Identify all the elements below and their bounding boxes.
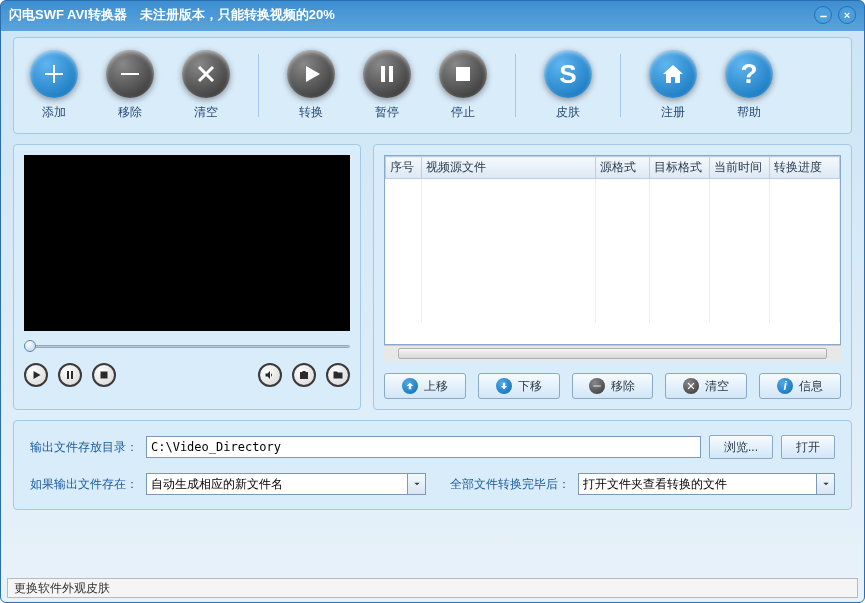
- play-icon: [287, 50, 335, 98]
- snapshot-button[interactable]: [292, 363, 316, 387]
- preview-play-button[interactable]: [24, 363, 48, 387]
- preview-panel: [13, 144, 361, 410]
- pause-icon: [363, 50, 411, 98]
- stop-button[interactable]: 停止: [439, 50, 487, 121]
- close-button[interactable]: ×: [838, 6, 856, 24]
- minus-icon: [589, 378, 605, 394]
- col-srcfmt[interactable]: 源格式: [596, 157, 650, 179]
- col-source[interactable]: 视频源文件: [422, 157, 596, 179]
- pause-button[interactable]: 暂停: [363, 50, 411, 121]
- info-icon: i: [777, 378, 793, 394]
- info-button[interactable]: i信息: [759, 373, 841, 399]
- skin-icon: S: [544, 50, 592, 98]
- preview-pause-button[interactable]: [58, 363, 82, 387]
- table-row: [386, 275, 840, 291]
- col-dstfmt[interactable]: 目标格式: [650, 157, 710, 179]
- home-icon: [649, 50, 697, 98]
- register-button[interactable]: 注册: [649, 50, 697, 121]
- video-preview: [24, 155, 350, 331]
- col-progress[interactable]: 转换进度: [770, 157, 840, 179]
- table-row: [386, 243, 840, 259]
- arrow-up-icon: [402, 378, 418, 394]
- minimize-button[interactable]: ‒: [814, 6, 832, 24]
- question-icon: ?: [725, 50, 773, 98]
- table-row: [386, 259, 840, 275]
- file-list-panel: 序号 视频源文件 源格式 目标格式 当前时间 转换进度: [373, 144, 852, 410]
- skin-button[interactable]: S 皮肤: [544, 50, 592, 121]
- horizontal-scrollbar[interactable]: [384, 345, 841, 361]
- seek-slider[interactable]: [24, 339, 350, 353]
- x-icon: [683, 378, 699, 394]
- exists-label: 如果输出文件存在：: [30, 476, 138, 493]
- minus-icon: [106, 50, 154, 98]
- move-up-button[interactable]: 上移: [384, 373, 466, 399]
- chevron-down-icon: [407, 474, 425, 494]
- arrow-down-icon: [496, 378, 512, 394]
- file-exists-combo[interactable]: 自动生成相应的新文件名: [146, 473, 426, 495]
- plus-icon: [30, 50, 78, 98]
- title-bar: 闪电SWF AVI转换器 未注册版本，只能转换视频的20% ‒ ×: [1, 1, 864, 29]
- list-remove-button[interactable]: 移除: [572, 373, 654, 399]
- table-row: [386, 307, 840, 323]
- add-button[interactable]: 添加: [30, 50, 78, 121]
- convert-button[interactable]: 转换: [287, 50, 335, 121]
- table-row: [386, 227, 840, 243]
- help-button[interactable]: ? 帮助: [725, 50, 773, 121]
- stop-icon: [439, 50, 487, 98]
- output-dir-input[interactable]: [146, 436, 701, 458]
- col-time[interactable]: 当前时间: [710, 157, 770, 179]
- list-clear-button[interactable]: 清空: [665, 373, 747, 399]
- output-settings-panel: 输出文件存放目录： 浏览... 打开 如果输出文件存在： 自动生成相应的新文件名…: [13, 420, 852, 510]
- x-icon: [182, 50, 230, 98]
- browse-button[interactable]: 浏览...: [709, 435, 773, 459]
- clear-button[interactable]: 清空: [182, 50, 230, 121]
- after-convert-combo[interactable]: 打开文件夹查看转换的文件: [578, 473, 835, 495]
- table-row: [386, 179, 840, 195]
- status-bar: 更换软件外观皮肤: [7, 578, 858, 598]
- volume-button[interactable]: [258, 363, 282, 387]
- app-window: 闪电SWF AVI转换器 未注册版本，只能转换视频的20% ‒ × 添加 移除 …: [0, 0, 865, 603]
- remove-button[interactable]: 移除: [106, 50, 154, 121]
- file-table[interactable]: 序号 视频源文件 源格式 目标格式 当前时间 转换进度: [384, 155, 841, 345]
- table-row: [386, 291, 840, 307]
- table-row: [386, 195, 840, 211]
- open-folder-button[interactable]: [326, 363, 350, 387]
- table-row: [386, 211, 840, 227]
- chevron-down-icon: [816, 474, 834, 494]
- col-seq[interactable]: 序号: [386, 157, 422, 179]
- move-down-button[interactable]: 下移: [478, 373, 560, 399]
- open-button[interactable]: 打开: [781, 435, 835, 459]
- outdir-label: 输出文件存放目录：: [30, 439, 138, 456]
- status-text: 更换软件外观皮肤: [14, 580, 110, 597]
- preview-stop-button[interactable]: [92, 363, 116, 387]
- main-toolbar: 添加 移除 清空 转换 暂停: [13, 37, 852, 134]
- after-label: 全部文件转换完毕后：: [450, 476, 570, 493]
- window-title: 闪电SWF AVI转换器 未注册版本，只能转换视频的20%: [9, 6, 335, 24]
